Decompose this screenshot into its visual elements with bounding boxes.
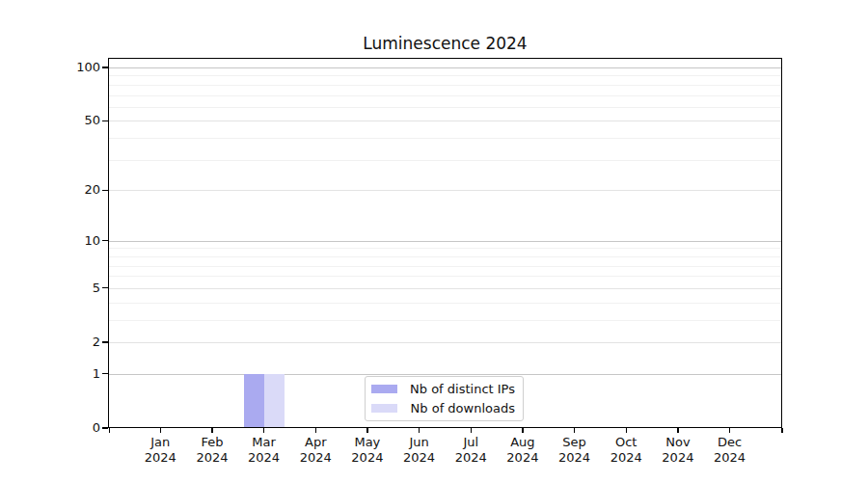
legend: Nb of distinct IPsNb of downloads	[365, 376, 524, 421]
x-axis-tick	[160, 428, 161, 433]
x-axis-tick	[211, 428, 212, 433]
legend-item: Nb of downloads	[371, 401, 515, 416]
chart-figure: Luminescence 2024 0125102050100Jan2024Fe…	[0, 0, 868, 482]
x-axis-tick-label: Dec2024	[699, 435, 761, 465]
y-axis-tick-label: 2	[56, 335, 100, 350]
legend-label: Nb of distinct IPs	[407, 382, 515, 397]
x-tick-year: 2024	[699, 450, 761, 466]
x-axis-tick	[263, 428, 264, 433]
x-axis-tick	[574, 428, 575, 433]
legend-swatch	[371, 385, 397, 394]
x-axis-tick	[315, 428, 316, 433]
x-axis-tick	[471, 428, 472, 433]
x-axis-tick	[626, 428, 627, 433]
x-axis-tick	[366, 428, 367, 433]
x-axis-edge-tick	[781, 428, 782, 433]
x-tick-month: Dec	[699, 435, 761, 450]
y-axis-tick-label: 50	[56, 113, 100, 128]
x-axis-tick	[522, 428, 523, 433]
x-axis-tick	[729, 428, 730, 433]
y-axis-tick-label: 5	[56, 281, 100, 296]
x-axis-tick	[419, 428, 420, 433]
y-axis-tick-label: 1	[56, 366, 100, 382]
x-axis-tick	[677, 428, 678, 433]
y-axis-tick-label: 0	[56, 420, 100, 436]
plot-frame	[108, 58, 782, 428]
y-axis-tick-label: 100	[56, 60, 100, 75]
y-axis-tick-label: 10	[56, 233, 100, 249]
legend-label: Nb of downloads	[407, 401, 515, 416]
x-axis-edge-tick	[109, 428, 110, 433]
legend-swatch	[371, 404, 397, 414]
legend-item: Nb of distinct IPs	[371, 382, 515, 397]
y-axis-tick-label: 20	[56, 182, 100, 198]
